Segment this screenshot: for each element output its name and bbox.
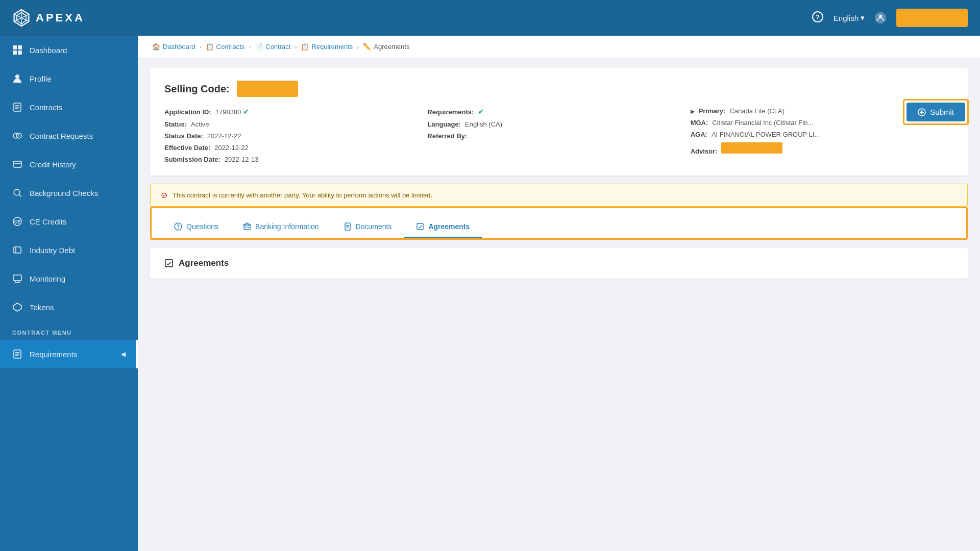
sidebar-label-ce-credits: CE Credits [30, 217, 67, 226]
contract-bc-icon: 📄 [255, 43, 263, 51]
breadcrumb-sep-2: › [249, 43, 251, 51]
primary-label: Primary: [699, 107, 726, 115]
language-selector[interactable]: English ▾ [834, 13, 865, 22]
sidebar-label-background-checks: Background Checks [30, 189, 98, 197]
status-date-value: 2022-12-22 [207, 132, 241, 140]
status-date-row: Status Date: 2022-12-22 [164, 132, 427, 140]
svg-rect-46 [345, 223, 350, 230]
breadcrumb-requirements[interactable]: 📋 Requirements [301, 43, 353, 51]
svg-point-7 [879, 15, 882, 18]
logo-text: APEXA [36, 11, 85, 24]
mga-label: MGA: [691, 119, 708, 127]
effective-date-row: Effective Date: 2022-12-22 [164, 144, 427, 152]
top-navigation: APEXA ? English ▾ [0, 0, 980, 36]
status-row: Status: Active [164, 120, 427, 128]
tabs-wrapper: ? Questions Banking Information [150, 207, 968, 240]
contract-info-grid: Application ID: 1798380 ✔ Status: Active… [164, 107, 953, 163]
primary-triangle-icon: ▶ [691, 108, 695, 115]
language-caret: ▾ [861, 13, 865, 22]
requirements-bc-icon: 📋 [301, 43, 309, 51]
agreements-tab-icon [416, 222, 424, 231]
tab-documents-label: Documents [356, 222, 392, 231]
sidebar-requirements-arrow: ◀ [121, 350, 126, 358]
logo-icon [12, 9, 31, 27]
sidebar-item-credit-history[interactable]: Credit History [0, 150, 138, 179]
agreements-title: Agreements [164, 258, 953, 268]
sidebar-item-contracts[interactable]: Contracts [0, 93, 138, 121]
tabs-bar: ? Questions Banking Information [162, 216, 956, 238]
submit-btn-wrapper: Submit [903, 99, 969, 125]
sidebar-item-requirements[interactable]: Requirements ◀ [0, 340, 138, 368]
contract-card: Selling Code: Application ID: 1798380 ✔ [150, 68, 968, 176]
sidebar-label-contract-requests: Contract Requests [30, 132, 93, 140]
sidebar-label-contracts: Contracts [30, 103, 62, 112]
sidebar-item-contract-requests[interactable]: Contract Requests [0, 121, 138, 150]
selling-code-value [237, 81, 298, 97]
tab-agreements-label: Agreements [428, 222, 470, 231]
application-check-icon: ✔ [243, 107, 250, 116]
info-col-2: Requirements: ✔ Language: English (CA) R… [427, 107, 690, 163]
app-logo[interactable]: APEXA [12, 9, 85, 27]
sidebar-item-monitoring[interactable]: Monitoring [0, 264, 138, 293]
agreements-title-icon [164, 259, 174, 268]
svg-text:?: ? [816, 13, 820, 21]
breadcrumb-sep-1: › [200, 43, 202, 51]
tab-questions-label: Questions [186, 222, 218, 231]
status-label: Status: [164, 120, 187, 128]
requirements-check-icon: ✔ [478, 107, 484, 116]
svg-line-22 [19, 195, 22, 197]
questions-tab-icon: ? [174, 222, 182, 231]
status-value: Active [191, 120, 209, 128]
svg-rect-50 [165, 260, 173, 267]
svg-rect-25 [14, 247, 21, 253]
sidebar-label-monitoring: Monitoring [30, 274, 65, 283]
user-avatar-icon[interactable] [875, 12, 886, 23]
sidebar-item-dashboard[interactable]: Dashboard [0, 36, 138, 64]
sidebar-item-profile[interactable]: Profile [0, 64, 138, 93]
svg-rect-10 [13, 51, 17, 55]
selling-code-label: Selling Code: [164, 83, 230, 95]
application-id-label: Application ID: [164, 108, 211, 116]
sidebar-item-tokens[interactable]: Tokens [0, 293, 138, 321]
agreements-section: Agreements [150, 248, 968, 279]
referred-by-label: Referred By: [427, 132, 467, 140]
warning-bar: ⊘ This contract is currently with anothe… [150, 184, 968, 207]
main-content: 🏠 Dashboard › 📋 Contracts › 📄 Contract ›… [138, 36, 980, 551]
application-id-row: Application ID: 1798380 ✔ [164, 107, 427, 116]
status-date-label: Status Date: [164, 132, 203, 140]
tab-documents[interactable]: Documents [331, 216, 404, 238]
breadcrumb-sep-4: › [357, 43, 359, 51]
submission-date-value: 2022-12-13 [225, 156, 259, 163]
tab-banking-information[interactable]: Banking Information [231, 216, 331, 238]
tab-questions[interactable]: ? Questions [162, 216, 231, 238]
requirements-row: Requirements: ✔ [427, 107, 690, 116]
advisor-label: Advisor: [691, 147, 718, 155]
svg-text:CE: CE [14, 219, 21, 224]
submit-button[interactable]: Submit [906, 103, 965, 121]
breadcrumb-contracts[interactable]: 📋 Contracts [206, 43, 245, 51]
advisor-value [721, 142, 782, 154]
breadcrumb-contract[interactable]: 📄 Contract [255, 43, 290, 51]
effective-date-label: Effective Date: [164, 144, 210, 152]
warning-icon: ⊘ [161, 190, 167, 200]
sidebar: Dashboard Profile Contracts Contract Req… [0, 36, 138, 551]
sidebar-item-industry-debt[interactable]: Industry Debt [0, 236, 138, 264]
breadcrumb-sep-3: › [295, 43, 297, 51]
primary-value: Canada Life (CLA) [729, 107, 785, 115]
help-icon[interactable]: ? [812, 11, 823, 25]
tab-banking-label: Banking Information [255, 222, 319, 231]
contracts-bc-icon: 📋 [206, 43, 214, 51]
breadcrumb-dashboard[interactable]: 🏠 Dashboard [152, 43, 195, 51]
sidebar-item-ce-credits[interactable]: CE CE Credits [0, 207, 138, 236]
tab-agreements[interactable]: Agreements [404, 216, 482, 238]
submission-date-row: Submission Date: 2022-12-13 [164, 156, 427, 163]
sidebar-item-background-checks[interactable]: Background Checks [0, 179, 138, 207]
main-layout: Dashboard Profile Contracts Contract Req… [0, 36, 980, 551]
svg-rect-11 [18, 51, 22, 55]
svg-rect-9 [18, 45, 22, 49]
language-label: English [834, 14, 859, 22]
sidebar-label-credit-history: Credit History [30, 160, 76, 169]
banking-tab-icon [243, 222, 251, 231]
info-col-1: Application ID: 1798380 ✔ Status: Active… [164, 107, 427, 163]
referred-by-row: Referred By: [427, 132, 690, 140]
